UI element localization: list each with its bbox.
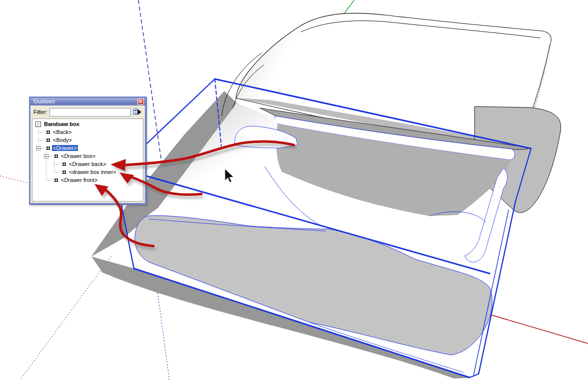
filter-input[interactable] — [49, 108, 131, 116]
tree-root-model[interactable]: ⌂ Bandsaw box — [35, 120, 79, 128]
component-icon — [62, 170, 66, 174]
tree-item-body[interactable]: <Body> — [46, 136, 72, 144]
arrow-right-icon — [137, 109, 141, 115]
collapse-toggle-drawer[interactable] — [36, 146, 40, 150]
filter-details-button[interactable] — [133, 108, 143, 116]
tree-connector — [54, 172, 61, 172]
component-icon — [46, 130, 50, 134]
tree-connector — [38, 132, 45, 132]
tree-connector — [38, 126, 38, 148]
outliner-panel[interactable]: Outliner ✕ Filter: — [29, 96, 146, 204]
filter-row: Filter: — [30, 106, 145, 118]
panel-title: Outliner — [33, 98, 55, 104]
outliner-tree: ⌂ Bandsaw box <Back> <Body> <Drawer> — [32, 119, 143, 201]
tree-connector — [48, 156, 53, 156]
tree-connector — [46, 180, 53, 180]
tree-connector — [38, 140, 45, 140]
filter-label: Filter: — [33, 109, 47, 115]
component-icon — [54, 178, 58, 182]
component-icon — [46, 138, 50, 142]
tree-item-drawer-front[interactable]: <Drawer front> — [54, 176, 97, 184]
close-icon[interactable]: ✕ — [137, 98, 144, 105]
component-icon — [46, 146, 50, 150]
tree-item-drawer-selected[interactable]: <Drawer> — [46, 144, 78, 152]
model-home-icon: ⌂ — [35, 122, 41, 127]
tree-connector — [54, 158, 54, 172]
tree-item-drawer-box[interactable]: <Drawer box> — [54, 152, 95, 160]
tree-connector — [54, 164, 61, 164]
outliner-titlebar[interactable]: Outliner ✕ — [30, 98, 145, 106]
collapse-toggle-drawer-box[interactable] — [44, 154, 48, 158]
tree-item-back[interactable]: <Back> — [46, 128, 71, 136]
tree-item-drawer-back[interactable]: <Drawer back> — [62, 160, 106, 168]
component-icon — [62, 162, 66, 166]
sketchup-viewport: Outliner ✕ Filter: — [0, 0, 588, 380]
tree-item-drawer-box-inner[interactable]: <drawer box inner> — [62, 168, 116, 176]
outliner-treebox: ⌂ Bandsaw box <Back> <Body> <Drawer> — [32, 118, 143, 202]
component-icon — [54, 154, 58, 158]
tree-connector — [40, 148, 45, 148]
green-axis-dotted-line — [20, 256, 111, 380]
tree-root-label: Bandsaw box — [44, 121, 79, 127]
red-axis-line — [488, 314, 588, 344]
blue-axis-dotted-line — [157, 287, 169, 380]
